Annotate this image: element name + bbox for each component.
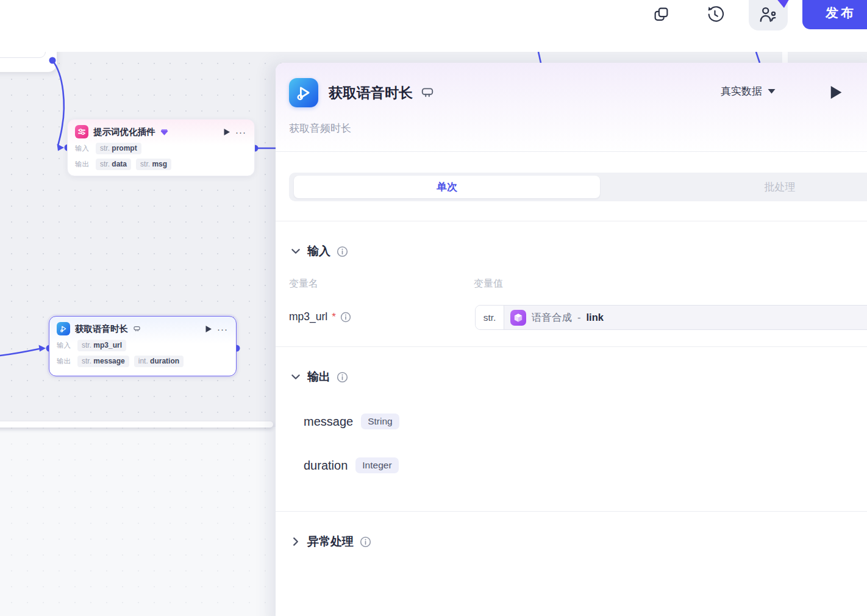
panel-header-gradient — [276, 63, 867, 154]
divider — [276, 221, 867, 221]
node-title: 获取语音时长 — [75, 323, 128, 335]
node-detail-panel: 获取语音时长 真实数据 ⋯ 获取音频时长 单次 批处 — [276, 63, 867, 616]
link-icon[interactable] — [421, 86, 434, 99]
data-mode-dropdown[interactable]: 真实数据 — [721, 84, 776, 98]
tab-batch[interactable]: 批处理 — [716, 173, 844, 201]
data-mode-label: 真实数据 — [721, 84, 762, 98]
input-variable-name: mp3_url* — [289, 310, 351, 323]
param-tag: str. prompt — [96, 143, 141, 154]
run-panel-button[interactable] — [829, 85, 843, 102]
canvas-lower-region — [0, 427, 276, 616]
link-icon — [133, 325, 141, 333]
node-prompt-plugin[interactable]: 提示词优化插件 ··· 输入 str. prompt 输出 — [67, 119, 255, 176]
chevron-down-icon[interactable] — [290, 246, 301, 257]
top-toolbar: 发布 — [0, 0, 867, 52]
workflow-editor: 提示词优化插件 ··· 输入 str. prompt 输出 — [0, 0, 867, 616]
exception-section-title: 异常处理 — [307, 534, 354, 550]
history-button[interactable] — [704, 4, 725, 24]
chevron-down-icon — [768, 88, 776, 94]
panel-node-icon — [289, 78, 318, 107]
column-variable-value: 变量值 — [474, 278, 503, 290]
run-node-button[interactable] — [223, 128, 230, 136]
node-output-label: 输出 — [75, 160, 91, 169]
divider — [276, 511, 867, 512]
param-tag: str. mp3_url — [77, 340, 126, 351]
node-reference-cube-icon — [510, 310, 526, 326]
edge-arrowhead — [57, 144, 65, 151]
column-variable-name: 变量名 — [289, 278, 318, 290]
divider — [276, 151, 867, 152]
output-item-message: message String — [304, 414, 399, 429]
panel-title: 获取语音时长 — [329, 84, 413, 102]
panel-subtitle: 获取音频时长 — [289, 121, 351, 135]
divider — [276, 346, 867, 347]
param-tag: str. msg — [136, 159, 171, 170]
media-plugin-icon — [57, 322, 70, 335]
info-icon[interactable] — [340, 312, 351, 323]
edge-behind-panel-2 — [756, 52, 760, 63]
publish-button[interactable]: 发布 — [802, 0, 867, 29]
mode-tabs: 单次 批处理 — [289, 173, 867, 201]
node-more-button[interactable]: ··· — [217, 324, 228, 334]
prompt-plugin-icon — [75, 125, 88, 138]
variable-value-field[interactable]: str. 语音合成 - link — [475, 305, 867, 330]
history-icon — [705, 5, 724, 24]
param-tag: int. duration — [134, 356, 184, 367]
edge-arrowhead — [39, 345, 46, 352]
info-icon[interactable] — [337, 246, 348, 257]
edge-start-to-prompt — [52, 60, 64, 145]
input-section-title: 输入 — [307, 243, 330, 259]
info-icon[interactable] — [337, 371, 348, 383]
referenced-node-name: 语音合成 — [532, 311, 572, 324]
chevron-down-icon[interactable] — [290, 371, 301, 382]
copy-icon — [653, 6, 669, 23]
premium-gem-icon — [160, 128, 168, 136]
value-type-prefix: str. — [476, 306, 504, 329]
info-icon[interactable] — [360, 536, 371, 548]
node-output-label: 输出 — [57, 357, 73, 366]
node-input-label: 输入 — [57, 341, 73, 350]
node-input-label: 输入 — [75, 144, 91, 153]
background-card-edge — [0, 421, 273, 428]
type-badge: Integer — [355, 457, 398, 473]
duplicate-button[interactable] — [651, 4, 671, 24]
param-tag: str. data — [96, 159, 131, 170]
canvas-strip-gap — [782, 52, 788, 63]
output-item-duration: duration Integer — [304, 457, 399, 473]
referenced-field-name: link — [587, 312, 604, 323]
param-tag: str. message — [77, 356, 129, 367]
run-node-button[interactable] — [205, 325, 212, 333]
chevron-right-icon[interactable] — [290, 536, 301, 547]
edge-behind-panel-1 — [538, 52, 541, 63]
output-section-title: 输出 — [307, 369, 330, 385]
tab-single[interactable]: 单次 — [294, 176, 600, 198]
node-get-audio-duration[interactable]: 获取语音时长 ··· 输入 str. mp3_url 输出 — [49, 316, 237, 376]
node-more-button[interactable]: ··· — [235, 127, 246, 137]
required-asterisk: * — [332, 311, 336, 323]
collaboration-icon — [758, 5, 778, 24]
node-title: 提示词优化插件 — [93, 126, 155, 138]
edge-into-audio — [0, 349, 39, 356]
reference-separator: - — [577, 312, 581, 323]
type-badge: String — [361, 414, 399, 429]
